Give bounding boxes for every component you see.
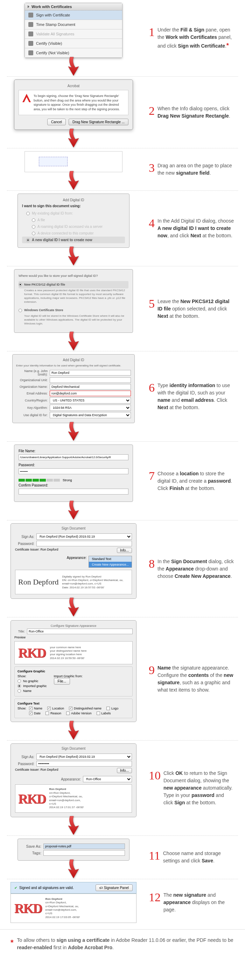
ribbon-icon <box>29 41 33 46</box>
email-field[interactable] <box>50 391 131 396</box>
arrow-icon <box>65 858 82 879</box>
signature-details: Ron Depfordcn=Ron Depford, o=Depford Mec… <box>49 788 84 809</box>
ribbon-icon: 🏷 <box>99 886 103 890</box>
appearance-dropdown[interactable]: Standard Text Create New Appearance... <box>89 556 132 568</box>
form-prompt: Enter your identity information to be us… <box>16 364 131 367</box>
step-number: 4 <box>149 217 155 229</box>
signature-preview: Ron Depford Digitally signed by Ron Depf… <box>15 570 132 594</box>
arrow-icon <box>65 499 82 520</box>
file-path-field[interactable] <box>19 454 129 460</box>
prompt-label: I want to sign this document using: <box>22 204 125 208</box>
create-new-appearance-item[interactable]: Create New Appearance... <box>89 562 132 567</box>
password-field[interactable] <box>19 468 129 474</box>
labels-checkbox[interactable]: Labels <box>97 711 111 715</box>
step-number: 10 <box>149 770 161 781</box>
tags-field[interactable] <box>43 850 125 856</box>
signed-document-view: ✔Signed and all signatures are valid. 🏷 … <box>11 882 137 923</box>
step-text: Click OK to return to the Sign Document … <box>164 770 234 807</box>
title-field[interactable] <box>27 628 133 634</box>
use-select[interactable]: Digital Signatures and Data Encryption <box>50 412 131 418</box>
step-text: Type identity information to use with th… <box>158 382 234 411</box>
rkd-graphic: RKD <box>18 645 46 660</box>
date-checkbox[interactable]: ✓Date <box>29 711 41 715</box>
panel-title: Work with Certificates <box>32 5 72 9</box>
dialog-title: Add Digital ID <box>22 198 125 204</box>
signature-details: Ron Depfordcn=Ron Depford, o=Depford Mec… <box>45 897 80 919</box>
arrow-icon <box>65 330 82 351</box>
file-button[interactable]: File... <box>54 678 70 685</box>
step-text: Choose a location to store the digital I… <box>158 470 234 492</box>
signature-field-area[interactable] <box>24 151 123 172</box>
sign-document-dialog: Sign Document Sign As:Ron Depford (Ron D… <box>11 523 137 599</box>
save-as-field[interactable] <box>43 843 125 849</box>
step-number: 7 <box>149 470 155 482</box>
step-text: In the Sign Document dialog, click the A… <box>158 558 234 580</box>
unit-field[interactable] <box>50 377 131 383</box>
password-field[interactable] <box>37 761 132 767</box>
storage-dialog: Where would you like to store your self-… <box>14 269 133 333</box>
asterisk-icon: * <box>11 937 14 951</box>
sign-as-select[interactable]: Ron Depford (Ron Depford) 2019.02.19 <box>37 533 132 540</box>
no-graphic-radio[interactable]: No graphic <box>18 679 47 684</box>
sign-as-select[interactable]: Ron Depford (Ron Depford) 2019.02.19 <box>37 754 132 760</box>
step-number: 11 <box>149 850 160 862</box>
signature-preview: RKD Ron Depfordcn=Ron Depford, o=Depford… <box>15 784 132 812</box>
step-text: Under the Fill & Sign pane, open the Wor… <box>158 26 234 50</box>
appearance-preview: RKD your common name here your distingui… <box>14 641 133 664</box>
rkd-graphic: RKD <box>14 900 41 916</box>
add-digital-id-dialog: Add Digital ID I want to sign this docum… <box>18 194 129 248</box>
configure-graphic-group: Configure Graphic Show: No graphic Impor… <box>14 667 133 697</box>
signature-panel-button[interactable]: 🏷 Signature Panel <box>95 885 133 891</box>
org-field[interactable] <box>50 384 131 390</box>
key-select[interactable]: 1024-bit RSA <box>50 405 131 411</box>
windows-store-description: Your digital ID will be stored in the Wi… <box>19 314 129 326</box>
arrow-icon <box>65 420 82 441</box>
location-checkbox[interactable]: ✓Location <box>47 706 64 710</box>
cancel-button[interactable]: Cancel <box>47 119 66 125</box>
issuer-label: Certificate Issuer: Ron Depford <box>15 768 59 773</box>
reason-checkbox[interactable]: Reason <box>46 711 61 715</box>
valid-icon: ✔ <box>14 886 17 890</box>
confirm-label: Confirm Password: <box>19 484 129 487</box>
check-icon <box>29 32 33 37</box>
arrow-icon <box>65 719 82 740</box>
step-number: 2 <box>149 105 155 117</box>
new-id-radio[interactable]: A new digital ID I want to create now <box>22 237 125 243</box>
sign-with-certificate-item[interactable]: Sign with Certificate <box>25 11 122 20</box>
step-number: 5 <box>149 298 155 310</box>
dn-checkbox[interactable]: ✓Distinguished name <box>69 706 102 710</box>
certify-visible-item[interactable]: Certify (Visible) <box>25 39 122 48</box>
info-button[interactable]: Info... <box>117 768 132 773</box>
name-checkbox[interactable]: ✓Name <box>29 706 42 710</box>
ribbon-icon <box>29 50 33 55</box>
confirm-password-field[interactable] <box>19 488 129 495</box>
arrow-icon <box>65 55 82 76</box>
name-graphic-radio[interactable]: Name <box>18 689 47 694</box>
country-select[interactable]: US - UNITED STATES <box>50 397 131 404</box>
prompt-label: Where would you like to store your self-… <box>19 274 129 278</box>
password-field[interactable] <box>37 541 132 546</box>
name-field[interactable] <box>50 370 131 375</box>
version-checkbox[interactable]: Adobe Version <box>66 711 92 715</box>
pkcs12-radio[interactable]: New PKCS#12 digital ID file <box>19 281 129 288</box>
windows-store-radio[interactable]: Windows Certificate Store <box>19 307 129 314</box>
adobe-logo-icon <box>22 94 31 102</box>
pkcs12-description: Creates a new password protected digital… <box>19 288 129 304</box>
signature-status-bar: ✔Signed and all signatures are valid. 🏷 … <box>11 882 137 894</box>
configure-appearance-dialog: Configure Signature Appearance Title: Pr… <box>11 620 137 722</box>
appearance-select[interactable]: Ron-Office <box>83 776 132 782</box>
file-location-panel: File Name: Password: Strong Confirm Pass… <box>14 444 133 502</box>
dialog-title: Sign Document <box>15 746 132 752</box>
step-text: When the Info dialog opens, click Drag N… <box>158 105 234 120</box>
arrow-icon <box>65 245 82 266</box>
imported-graphic-radio[interactable]: Imported graphic <box>18 684 47 689</box>
info-button[interactable]: Info... <box>117 548 132 553</box>
step-text: Name the signature appearance. Configure… <box>158 664 234 694</box>
issuer-label: Certificate Issuer: Ron Depford <box>15 548 59 553</box>
step-text: Drag an area on the page to place the ne… <box>158 162 234 177</box>
logo-checkbox[interactable]: Logo <box>107 706 118 710</box>
arrow-icon <box>65 127 82 148</box>
timestamp-item[interactable]: Time Stamp Document <box>25 20 122 29</box>
drag-rectangle-button[interactable]: Drag New Signature Rectangle ... <box>68 119 129 125</box>
work-with-certificates-panel: Work with Certificates Sign with Certifi… <box>24 3 123 58</box>
